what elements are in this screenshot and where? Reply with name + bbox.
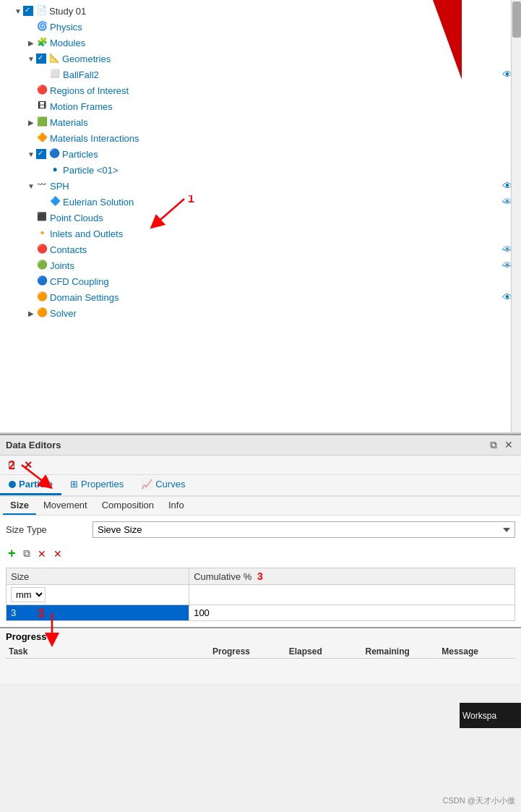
subtabs-row: Size Movement Composition Info [0,497,521,516]
tab-particle-label: Particle [19,479,53,490]
label-cfdcoupling: CFD Coupling [50,276,109,287]
label-eulerian: Eulerian Solution [63,197,134,208]
subtab-movement[interactable]: Movement [36,497,95,515]
tab-curves-label: Curves [155,479,185,490]
workspace-label: Workspa [462,711,496,721]
close-button[interactable]: ✕ [502,438,515,452]
chevron-particles[interactable]: ▼ [26,150,36,158]
tree-item-solver[interactable]: ▶ 🟠 Solver [0,305,521,321]
col-header-size: Size [7,568,189,585]
label-sph: SPH [50,181,69,192]
data-editors-header: Data Editors ⧉ ✕ [0,435,521,456]
table-toolbar: + ⧉ ✕ ✕ [6,544,515,563]
cell-size-unit: mm cm m [7,585,189,605]
tab-properties[interactable]: ⊞ Properties [61,475,132,495]
tree-item-particles[interactable]: ▼ 🔵 Particles [0,146,521,162]
chevron-geometries[interactable]: ▼ [26,55,36,63]
data-editors-panel: Data Editors ⧉ ✕ 🗋 ✕ Particle ⊞ Properti… [0,434,521,627]
chevron-modules[interactable]: ▶ [26,39,36,47]
icon-ballfall2: ⬜ [49,69,61,80]
properties-tab-icon: ⊞ [70,479,78,490]
new-document-button[interactable]: 🗋 [4,458,19,472]
label-materials: Materials [50,117,88,128]
label-particle01: Particle <01> [63,165,119,176]
checkbox-study01[interactable] [23,6,33,16]
size-type-select[interactable]: Sieve Size Normal Distribution Uniform D… [92,521,515,538]
subtab-composition-label: Composition [102,500,154,510]
table-remove-button[interactable]: ✕ [35,547,48,560]
cell-size-value[interactable]: 3 [7,605,189,621]
tree-item-cfdcoupling[interactable]: 🔵 CFD Coupling [0,273,521,289]
progress-col-remaining: Remaining [363,645,439,659]
maximize-button[interactable]: ⧉ [488,438,499,452]
chevron-study01[interactable]: ▼ [13,7,23,15]
tree-item-pointclouds[interactable]: ⬛ Point Clouds [0,210,521,226]
table-row: mm cm m [7,585,515,605]
label-joints: Joints [50,260,74,271]
icon-pointclouds: ⬛ [36,212,48,223]
cell-cumulative-header [189,585,515,605]
content-area: Size Type Sieve Size Normal Distribution… [0,516,521,627]
label-physics: Physics [50,22,82,33]
label-geometries: Geometries [62,54,111,64]
tab-curves[interactable]: 📈 Curves [132,475,194,495]
tree-item-motionframes[interactable]: 🎞 Motion Frames [0,98,521,114]
chevron-sph[interactable]: ▼ [26,182,36,190]
unit-select[interactable]: mm cm m [11,587,46,602]
watermark: CSDN @天才小小傲 [443,795,515,806]
progress-col-progress: Progress [210,645,286,659]
table-add-button[interactable]: + [6,545,18,562]
size-distribution-table: Size Cumulative % 3 mm cm m [6,568,515,621]
tab-properties-label: Properties [81,479,124,490]
tabs-row: Particle ⊞ Properties 📈 Curves [0,475,521,497]
checkbox-geometries[interactable] [36,54,46,64]
icon-physics: 🌀 [36,21,48,33]
tree-item-sph[interactable]: ▼ 〰 SPH 👁 [0,178,521,194]
icon-particle01: ● [49,164,61,176]
tree-item-particle01[interactable]: ● Particle <01> [0,162,521,178]
subtab-movement-label: Movement [43,500,87,510]
tree-item-joints[interactable]: 🟢 Joints 👁 [0,257,521,273]
tree-item-roi[interactable]: 🔴 Regions of Interest [0,82,521,98]
label-modules: Modules [50,38,85,48]
label-inlets: Inlets and Outlets [50,228,123,239]
progress-col-task: Task [6,645,210,659]
subtab-composition[interactable]: Composition [95,497,161,515]
subtab-size[interactable]: Size [3,497,36,515]
icon-cfdcoupling: 🔵 [36,275,48,287]
icon-solver: 🟠 [36,307,48,319]
table-copy-button[interactable]: ⧉ [21,547,33,560]
tree-item-domainsettings[interactable]: 🟠 Domain Settings 👁 [0,289,521,305]
checkbox-particles[interactable] [36,149,46,159]
tree-scrollbar-track[interactable] [511,0,521,432]
size-type-row: Size Type Sieve Size Normal Distribution… [6,521,515,538]
subtab-info[interactable]: Info [161,497,191,515]
toolbar-row: 🗋 ✕ [0,456,521,475]
label-particles: Particles [62,149,98,160]
label-contacts: Contacts [50,244,87,255]
delete-button[interactable]: ✕ [22,458,35,472]
tab-particle[interactable]: Particle [0,475,61,495]
tree-item-inlets[interactable]: 🔸 Inlets and Outlets [0,226,521,242]
chevron-materials[interactable]: ▶ [26,119,36,127]
cell-cumulative-value[interactable]: 100 [189,605,515,621]
table-data-row: 3 100 [7,605,515,621]
progress-table: Task Progress Elapsed Remaining Message [6,645,515,680]
tree-item-contacts[interactable]: 🔴 Contacts 👁 [0,242,521,257]
tree-item-eulerian[interactable]: 🔷 Eulerian Solution 👁 [0,194,521,210]
progress-panel: Progress Task Progress Elapsed Remaining… [0,627,521,683]
data-editors-title: Data Editors [6,440,61,450]
icon-sph: 〰 [36,180,48,192]
tree-item-matinteract[interactable]: 🔶 Materials Interactions [0,130,521,146]
icon-particles: 🔵 [48,148,60,160]
curves-tab-icon: 📈 [141,479,152,490]
label-domainsettings: Domain Settings [50,292,119,303]
annotation-3-label: 3 [257,570,263,582]
table-remove-all-button[interactable]: ✕ [51,547,64,560]
progress-title: Progress [6,631,515,642]
tree-scrollbar-thumb[interactable] [512,1,521,38]
icon-modules: 🧩 [36,37,48,48]
tree-item-materials[interactable]: ▶ 🟩 Materials [0,114,521,130]
icon-roi: 🔴 [36,85,48,96]
chevron-solver[interactable]: ▶ [26,309,36,317]
